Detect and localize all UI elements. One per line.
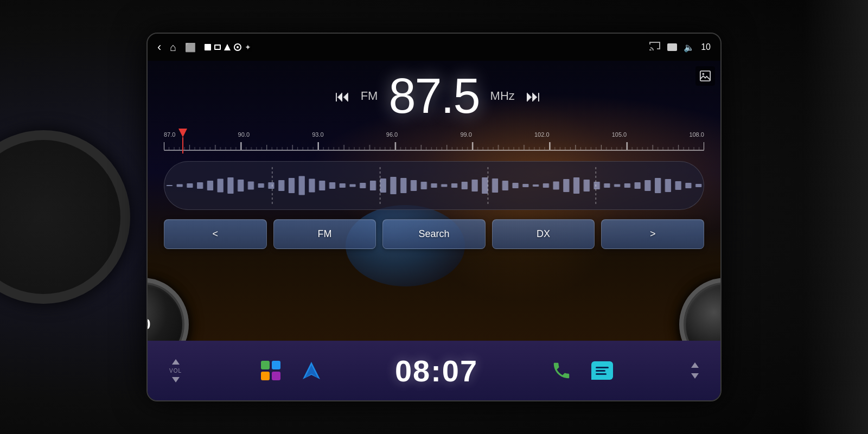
scale-label-1020: 102.0: [534, 131, 550, 138]
chat-line-3: [596, 373, 607, 375]
tuner-needle: [178, 129, 187, 154]
status-left: ‹ ⌂ ⬜ ✦: [157, 40, 251, 54]
chat-lines: [596, 367, 609, 375]
scale-line: [164, 150, 704, 151]
controls-row: < FM Search DX >: [148, 213, 720, 256]
status-icon-3: [224, 44, 231, 50]
status-right: 🔈 10: [649, 41, 711, 53]
frequency-display: ⏮ FM 87.5 MHz ⏭: [148, 61, 720, 126]
scale-label-900: 90.0: [238, 131, 250, 138]
skip-down-arrow: [691, 373, 699, 379]
svg-rect-0: [700, 71, 710, 81]
vol-down-arrow: [172, 377, 180, 382]
dx-button[interactable]: DX: [492, 219, 595, 249]
next-track-button[interactable]: ⏭: [526, 87, 541, 105]
back-button[interactable]: ‹: [157, 40, 161, 54]
waveform-display: [164, 161, 704, 210]
waveform-container: [148, 158, 720, 213]
apps-dot-4: [272, 372, 280, 380]
cast-icon[interactable]: [649, 41, 661, 53]
apps-button[interactable]: [258, 359, 283, 383]
wallpaper-button[interactable]: [695, 66, 715, 86]
bottom-bar: VOL 08:07: [148, 341, 720, 400]
right-trim: [803, 0, 868, 434]
frequency-number: 87.5: [378, 72, 490, 120]
skip-indicator: [691, 362, 699, 379]
status-icon-4: [234, 43, 241, 51]
search-button[interactable]: Search: [382, 219, 486, 249]
status-icon-1: [205, 44, 211, 50]
status-bar: ‹ ⌂ ⬜ ✦ 🔈: [148, 34, 720, 61]
screen-cast-icon: ⬜: [185, 42, 196, 53]
band-label: FM: [361, 89, 378, 103]
messages-button[interactable]: [590, 359, 615, 383]
main-screen: ‹ ⌂ ⬜ ✦ 🔈: [146, 33, 722, 401]
volume-icon: 🔈: [684, 42, 694, 53]
vol-label: VOL: [169, 368, 182, 374]
tuner-scale-container: 87.0 90.0 93.0 96.0 99.0 102.0 105.0 108…: [148, 126, 720, 158]
scale-label-990: 99.0: [460, 131, 471, 138]
status-icon-2: [214, 44, 221, 50]
phone-button[interactable]: [550, 359, 574, 383]
chat-line-2: [596, 370, 605, 372]
freq-left: ⏮ FM: [169, 87, 378, 105]
freq-right: MHz ⏭: [490, 87, 699, 105]
scale-label-1080: 108.0: [689, 131, 704, 138]
clock-display: 08:07: [395, 353, 478, 388]
scale-label-1050: 105.0: [612, 131, 627, 138]
chat-icon: [591, 361, 613, 380]
status-icon-5: ✦: [245, 43, 251, 52]
mirror-icon: [667, 43, 677, 51]
next-button[interactable]: >: [601, 219, 704, 249]
tuner-scale[interactable]: 87.0 90.0 93.0 96.0 99.0 102.0 105.0 108…: [164, 131, 704, 153]
vol-up-arrow: [172, 359, 180, 365]
home-button[interactable]: ⌂: [170, 41, 176, 54]
scale-label-930: 93.0: [312, 131, 323, 138]
volume-value: 10: [701, 42, 711, 52]
scale-label-960: 96.0: [386, 131, 398, 138]
vol-indicator: VOL: [169, 359, 182, 382]
apps-dot-1: [261, 361, 270, 369]
navigation-button[interactable]: [299, 359, 323, 383]
skip-up-arrow: [691, 362, 699, 368]
apps-dot-2: [272, 361, 280, 369]
prev-button[interactable]: <: [164, 219, 267, 249]
unit-label: MHz: [490, 89, 515, 103]
svg-point-1: [703, 73, 705, 75]
bottom-icons-right: [550, 359, 615, 383]
status-icons: ✦: [205, 43, 251, 52]
tick-marks: [164, 139, 704, 150]
fm-button[interactable]: FM: [273, 219, 376, 249]
main-content: ⏮ FM 87.5 MHz ⏭ 87.0 90.0 93.0 96.0 99.0…: [148, 61, 720, 341]
prev-track-button[interactable]: ⏮: [335, 87, 350, 105]
chat-line-1: [596, 367, 609, 368]
scale-label-870: 87.0: [164, 131, 175, 138]
bottom-icons-left: [258, 359, 323, 383]
apps-dot-3: [261, 372, 270, 380]
